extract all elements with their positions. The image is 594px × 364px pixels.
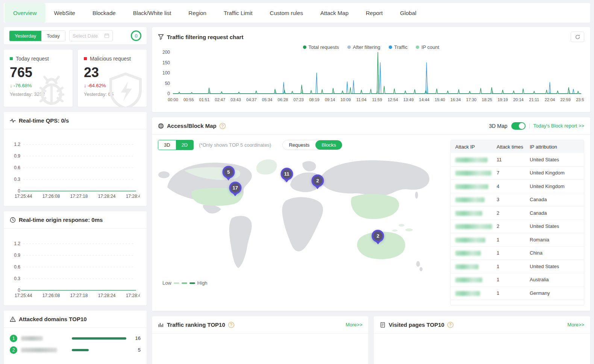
legend-item[interactable]: After filtering — [347, 44, 380, 50]
divider — [529, 123, 530, 129]
map-pin[interactable]: 2 — [311, 174, 324, 189]
map-note: (*Only shows TOP 5 coordinates) — [199, 142, 271, 148]
map-pin[interactable]: 17 — [229, 182, 241, 196]
attacked-domain-item[interactable]: 116 — [10, 332, 141, 344]
nav-tab-report[interactable]: Report — [357, 3, 391, 23]
mode-2d-button[interactable]: 2D — [176, 140, 194, 150]
attack-times-value: 7 — [496, 170, 530, 176]
nav-tab-blockade[interactable]: Blockade — [84, 3, 124, 23]
svg-text:10:09: 10:09 — [341, 97, 351, 102]
attack-table-row: 7United Kingdom — [451, 167, 584, 180]
svg-text:100: 100 — [162, 70, 170, 76]
attack-table-header: Attack IP Attack times IP attribution — [451, 140, 584, 153]
col-attack-ip: Attack IP — [451, 144, 496, 150]
svg-text:200: 200 — [162, 50, 170, 55]
svg-text:08:19: 08:19 — [309, 97, 320, 102]
stat-title-row: Malicious request — [84, 56, 141, 62]
refresh-button[interactable] — [571, 32, 584, 42]
stat-title: Malicious request — [90, 56, 131, 62]
attack-table-row: 1United States — [451, 260, 584, 273]
date-filter-card: Yesterday Today Select Date 0 — [4, 27, 147, 44]
legend-item[interactable]: Total requests — [303, 44, 339, 50]
clock-icon — [10, 217, 16, 223]
legend-item[interactable]: IP count — [416, 44, 439, 50]
nav-tab-custom-rules[interactable]: Custom rules — [261, 3, 312, 23]
attacked-domain-item[interactable]: 25 — [10, 344, 141, 356]
malicious-request-card: Malicious request 23 ↓ -64.62% Yesterday… — [78, 50, 147, 107]
globe-icon — [158, 123, 164, 129]
legend-item[interactable]: Traffic — [389, 44, 408, 50]
realtime-origin-card: Real-time origin response: 0ms 00.30.60.… — [4, 211, 147, 305]
document-icon — [380, 322, 386, 328]
mode-3d-button[interactable]: 3D — [158, 140, 176, 150]
attack-table-row: 1Romania — [451, 233, 584, 247]
3d-map-toggle[interactable] — [511, 122, 526, 130]
stats-row: Today request 765 ↓ -76.68% Yesterday: 3… — [4, 50, 147, 107]
svg-text:11:59: 11:59 — [372, 97, 382, 102]
domain-attack-count: 5 — [130, 347, 141, 353]
yesterday-button[interactable]: Yesterday — [9, 31, 41, 41]
map-header-controls: 3D Map Today's Block report >> — [489, 122, 584, 130]
select-date-input[interactable]: Select Date — [69, 30, 113, 41]
chart-body: 00.30.60.91.217:25:4417:26:0817:27:1817:… — [4, 129, 147, 204]
col-ip-attribution: IP attribution — [530, 144, 584, 150]
nav-tab-attack-map[interactable]: Attack Map — [312, 3, 357, 23]
svg-text:05:34: 05:34 — [262, 97, 273, 102]
ip-attribution-value: United Kingdom — [530, 184, 584, 189]
card-title: Real-time origin response: 0ms — [19, 217, 103, 223]
svg-text:17:28:41: 17:28:41 — [126, 293, 140, 298]
map-pin-tail — [315, 186, 320, 189]
visited-pages-more-link[interactable]: More>> — [567, 322, 584, 328]
blocks-button[interactable]: Blocks — [315, 140, 342, 150]
heat-legend: Low High — [158, 280, 444, 286]
card-title: Visited pages TOP10 — [389, 322, 444, 328]
pulse-icon — [10, 118, 16, 124]
status-badge[interactable]: 0 — [131, 30, 141, 41]
heat-high-label: High — [197, 280, 208, 286]
requests-button[interactable]: Requests — [283, 140, 315, 150]
realtime-qps-card: Real-time QPS: 0/s 00.30.60.91.217:25:44… — [4, 112, 147, 206]
svg-text:150: 150 — [162, 60, 170, 65]
block-report-link[interactable]: Today's Block report >> — [533, 123, 584, 129]
nav-tab-region[interactable]: Region — [180, 3, 215, 23]
nav-tab-overview[interactable]: Overview — [5, 3, 45, 23]
ip-attribution-value: Canada — [530, 210, 584, 216]
help-icon[interactable]: ? — [228, 322, 234, 328]
requests-blocks-segmented: Requests Blocks — [282, 140, 342, 150]
attack-table-row: 1Germany — [451, 287, 584, 300]
card-header: Visited pages TOP10 ? More>> — [374, 316, 590, 334]
svg-text:50: 50 — [165, 81, 170, 86]
heat-dash-mid — [182, 282, 187, 284]
map-pin-tail — [284, 179, 289, 182]
traffic-ranking-more-link[interactable]: More>> — [345, 322, 362, 328]
masked-attack-ip — [455, 171, 491, 176]
nav-tab-website[interactable]: WebSite — [45, 3, 84, 23]
svg-text:22:04: 22:04 — [545, 97, 555, 102]
map-pin[interactable]: 2 — [372, 230, 384, 244]
map-pin[interactable]: 5 — [222, 166, 235, 180]
svg-text:17:26:08: 17:26:08 — [42, 194, 60, 199]
help-icon[interactable]: ? — [220, 123, 226, 129]
nav-tab-traffic-limit[interactable]: Traffic Limit — [215, 3, 261, 23]
refresh-icon — [575, 34, 580, 40]
map-pin-value: 11 — [280, 168, 293, 180]
map-pin-value: 5 — [222, 166, 235, 178]
left-column: Yesterday Today Select Date 0 Today requ… — [4, 27, 147, 364]
visited-pages-card: Visited pages TOP10 ? More>> — [374, 316, 590, 364]
world-map-svg — [158, 152, 436, 279]
select-date-placeholder: Select Date — [73, 33, 102, 39]
today-button[interactable]: Today — [41, 31, 65, 41]
legend-dot-icon — [303, 46, 306, 49]
nav-tab-black-white-list[interactable]: Black/White list — [124, 3, 180, 23]
heat-dash-low — [174, 282, 179, 284]
svg-text:07:23: 07:23 — [293, 97, 304, 102]
card-header: Real-time origin response: 0ms — [4, 211, 147, 229]
help-icon[interactable]: ? — [447, 322, 453, 328]
traffic-filter-chart-card: Traffic filtering request chart Total re… — [152, 27, 590, 112]
masked-attack-ip — [455, 197, 485, 202]
ip-attribution-value: United States — [530, 157, 584, 162]
masked-attack-ip — [455, 291, 480, 296]
world-map[interactable]: 5171122 — [158, 152, 436, 279]
map-pin[interactable]: 11 — [280, 168, 293, 182]
nav-tab-global[interactable]: Global — [391, 3, 425, 23]
